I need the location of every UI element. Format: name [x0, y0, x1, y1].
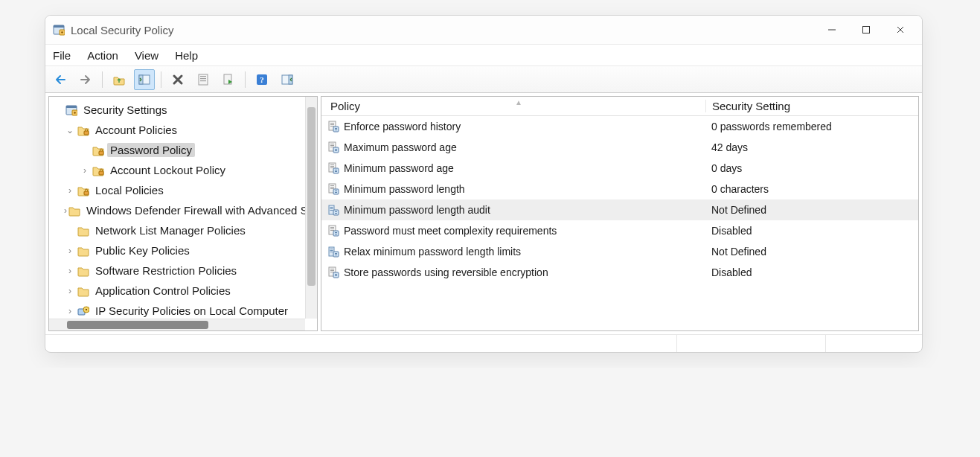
tree-item-public-key[interactable]: › Public Key Policies	[52, 240, 317, 261]
tree-item-network-list[interactable]: Network List Manager Policies	[52, 220, 317, 240]
folder-lock-icon	[92, 164, 104, 176]
policy-icon	[327, 183, 339, 195]
tree-item-account-lockout[interactable]: › Account Lockout Policy	[52, 160, 317, 180]
policy-name: Minimum password length	[344, 183, 465, 195]
ipsec-icon	[77, 305, 89, 317]
tree-item-account-policies[interactable]: ⌄ Account Policies	[52, 120, 317, 140]
tree-label: Windows Defender Firewall with Advanced …	[83, 203, 317, 217]
policy-icon	[327, 141, 339, 153]
properties-button[interactable]	[193, 69, 214, 90]
folder-lock-icon	[92, 144, 104, 156]
maximize-button[interactable]	[849, 18, 883, 42]
policy-row[interactable]: Relax minimum password length limitsNot …	[321, 241, 918, 262]
minimize-button[interactable]	[815, 18, 849, 42]
tree-label: Application Control Policies	[92, 284, 234, 298]
expand-icon[interactable]: ›	[64, 246, 76, 256]
tree-label: IP Security Policies on Local Computer	[92, 304, 291, 318]
window-title: Local Security Policy	[71, 24, 173, 36]
export-list-button[interactable]	[218, 69, 239, 90]
menu-file[interactable]: File	[51, 48, 72, 63]
tree-label: Security Settings	[80, 103, 170, 117]
folder-icon	[77, 285, 89, 297]
policy-icon	[327, 204, 339, 216]
tree-item-firewall[interactable]: › Windows Defender Firewall with Advance…	[52, 200, 317, 220]
app-icon	[53, 24, 65, 36]
policy-list-pane: Policy ▲ Security Setting Enforce passwo…	[321, 96, 919, 331]
show-hide-tree-button[interactable]	[134, 69, 155, 90]
policy-value: 0 passwords remembered	[705, 121, 918, 132]
policy-row[interactable]: Minimum password length0 characters	[321, 179, 918, 199]
tree-vertical-scrollbar[interactable]	[305, 97, 317, 319]
policy-name: Minimum password length audit	[344, 204, 490, 216]
show-hide-action-pane-button[interactable]	[277, 69, 298, 90]
tree-label: Public Key Policies	[92, 243, 193, 258]
column-header-policy[interactable]: Policy ▲	[321, 100, 705, 112]
menu-view[interactable]: View	[133, 48, 160, 63]
menu-action[interactable]: Action	[86, 48, 120, 63]
expand-icon[interactable]: ›	[64, 205, 67, 216]
tree-label: Local Policies	[92, 183, 167, 197]
tree-label: Account Policies	[92, 123, 180, 137]
expand-icon[interactable]: ›	[64, 306, 76, 316]
menu-help[interactable]: Help	[173, 48, 199, 63]
folder-lock-icon	[77, 185, 89, 196]
folder-icon	[77, 245, 89, 257]
expand-icon[interactable]: ›	[79, 165, 91, 176]
menubar: File Action View Help	[45, 44, 922, 66]
tree-horizontal-scrollbar[interactable]	[49, 319, 305, 330]
tree-label: Account Lockout Policy	[107, 163, 228, 177]
folder-icon	[77, 225, 89, 237]
policy-row[interactable]: Minimum password age0 days	[321, 158, 918, 179]
policy-value: Disabled	[705, 225, 918, 237]
policy-name: Enforce password history	[344, 121, 461, 132]
svg-rect-33	[863, 27, 870, 33]
help-button[interactable]	[252, 69, 272, 90]
up-button[interactable]	[109, 69, 129, 90]
policy-value: Not Defined	[705, 246, 918, 258]
toolbar	[45, 66, 922, 93]
policy-row[interactable]: Maximum password age42 days	[321, 137, 918, 158]
tree-pane: Security Settings ⌄ Account Policies Pas…	[48, 96, 318, 331]
policy-name: Relax minimum password length limits	[344, 246, 521, 258]
policy-row[interactable]: Password must meet complexity requiremen…	[321, 220, 918, 241]
tree-item-password-policy[interactable]: Password Policy	[52, 140, 317, 160]
scrollbar-thumb[interactable]	[67, 321, 208, 329]
security-settings-icon	[65, 104, 77, 116]
expand-icon[interactable]: ›	[64, 185, 76, 196]
column-header-setting[interactable]: Security Setting	[705, 100, 918, 112]
tree-root[interactable]: Security Settings	[52, 100, 317, 120]
expand-icon[interactable]: ›	[64, 286, 76, 296]
policy-name: Password must meet complexity requiremen…	[344, 225, 557, 237]
expand-icon[interactable]: ›	[64, 266, 76, 276]
policy-row[interactable]: Store passwords using reversible encrypt…	[321, 262, 918, 283]
collapse-icon[interactable]: ⌄	[64, 125, 76, 135]
security-settings-tree[interactable]: Security Settings ⌄ Account Policies Pas…	[49, 97, 317, 330]
policy-icon	[327, 121, 339, 132]
policy-list[interactable]: Enforce password history0 passwords reme…	[321, 116, 918, 330]
policy-name: Maximum password age	[344, 141, 457, 153]
scrollbar-thumb[interactable]	[307, 107, 316, 286]
policy-value: Not Defined	[705, 204, 918, 216]
policy-icon	[327, 162, 339, 174]
folder-icon	[77, 265, 89, 277]
policy-row[interactable]: Minimum password length auditNot Defined	[321, 199, 918, 220]
delete-button[interactable]	[167, 69, 188, 90]
tree-item-ip-security[interactable]: › IP Security Policies on Local Computer	[52, 301, 317, 321]
policy-icon	[327, 266, 339, 278]
back-button[interactable]	[50, 69, 71, 90]
policy-row[interactable]: Enforce password history0 passwords reme…	[321, 116, 918, 137]
client-area: Security Settings ⌄ Account Policies Pas…	[45, 93, 922, 334]
policy-value: 0 characters	[705, 183, 918, 195]
status-segment	[825, 335, 922, 352]
sort-ascending-icon: ▲	[515, 98, 522, 106]
policy-icon	[327, 246, 339, 258]
close-button[interactable]	[883, 18, 917, 42]
policy-name: Store passwords using reversible encrypt…	[344, 266, 548, 278]
tree-item-application-control[interactable]: › Application Control Policies	[52, 281, 317, 301]
app-window: Local Security Policy File Action View H…	[45, 15, 923, 353]
tree-item-software-restriction[interactable]: › Software Restriction Policies	[52, 261, 317, 281]
tree-item-local-policies[interactable]: › Local Policies	[52, 180, 317, 200]
forward-button[interactable]	[75, 69, 96, 90]
policy-name: Minimum password age	[344, 162, 454, 174]
column-label: Policy	[330, 100, 360, 112]
